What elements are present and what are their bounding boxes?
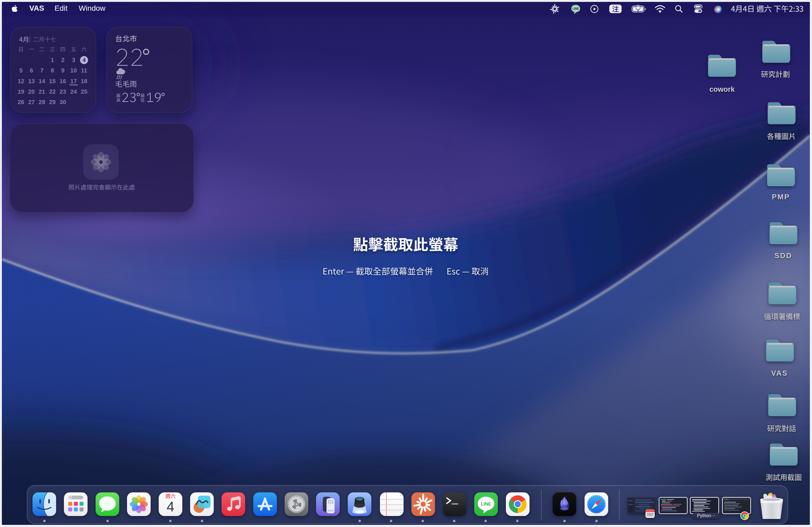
- svg-text:LINE: LINE: [572, 7, 579, 10]
- svg-text:LINE: LINE: [481, 501, 491, 507]
- svg-text:4: 4: [167, 499, 175, 514]
